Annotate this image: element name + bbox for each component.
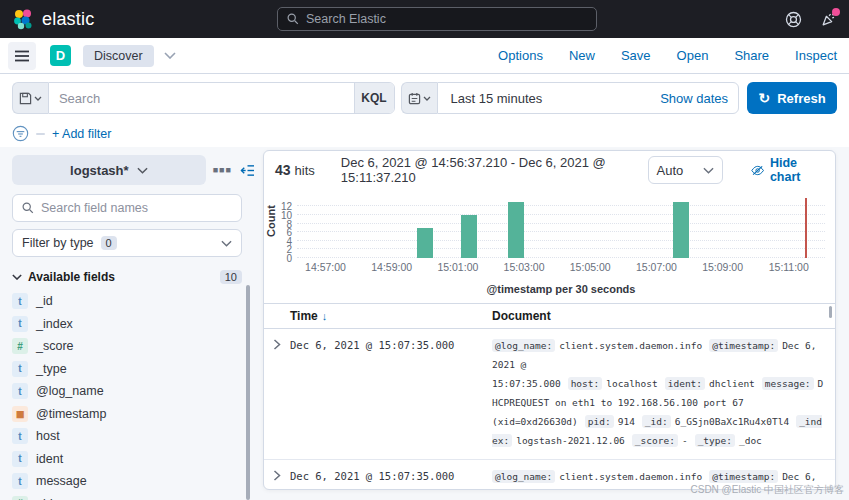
search-icon (22, 202, 34, 214)
gridline: 2 (297, 248, 825, 249)
menu-item-share[interactable]: Share (734, 48, 769, 63)
field-item-_score[interactable]: #_score (12, 335, 255, 358)
chevron-down-icon[interactable] (164, 52, 176, 59)
add-filter-link[interactable]: + Add filter (52, 127, 111, 141)
gridline: 6 (297, 231, 825, 232)
query-bar: Search KQL Last 15 minutes Show dates ↻ … (0, 74, 849, 122)
row-document: @log_name:client.system.daemon.info@time… (492, 336, 835, 450)
x-tick-label: 15:05:00 (570, 261, 611, 273)
row-time: Dec 6, 2021 @ 15:07:35.000 (290, 336, 492, 450)
column-header-time[interactable]: Time ↓ (290, 309, 492, 323)
documents-table: Time ↓ Document Dec 6, 2021 @ 15:07:35.0… (264, 303, 835, 490)
filter-bar: + Add filter (0, 120, 849, 147)
y-axis-label: Count (265, 198, 277, 244)
field-item-_index[interactable]: t_index (12, 313, 255, 336)
field-item-host[interactable]: thost (12, 425, 255, 448)
brand-name: elastic (42, 9, 94, 30)
histogram-bar-15:01:20[interactable] (461, 215, 477, 258)
menu-item-save[interactable]: Save (621, 48, 651, 63)
interval-select[interactable]: Auto (648, 156, 723, 184)
doc-field-value: client.system.daemon.info (559, 471, 702, 482)
text-field-icon: t (12, 361, 28, 377)
text-field-icon: t (12, 473, 28, 489)
field-list: t_idt_index#_scoret_typet@log_name▦@time… (12, 290, 255, 500)
show-dates-link[interactable]: Show dates (660, 91, 728, 106)
histogram-chart[interactable]: Count 024681012 14:57:0014:59:0015:01:00… (264, 189, 835, 303)
global-search-input[interactable]: Search Elastic (277, 7, 597, 31)
text-field-icon: t (12, 316, 28, 332)
filter-icon[interactable] (12, 125, 29, 142)
chevron-down-icon (137, 167, 148, 174)
field-item-@log_name[interactable]: t@log_name (12, 380, 255, 403)
histogram-bar-15:07:45[interactable] (673, 202, 689, 258)
field-item-_id[interactable]: t_id (12, 290, 255, 313)
doc-field-name: _id: (642, 415, 671, 428)
sidebar-scrollbar[interactable] (246, 285, 250, 500)
menu-item-options[interactable]: Options (498, 48, 543, 63)
number-field-icon: # (12, 338, 28, 354)
doc-field-name: @log_name: (492, 339, 555, 352)
refresh-button[interactable]: ↻ Refresh (747, 82, 837, 114)
menu-item-new[interactable]: New (569, 48, 595, 63)
sort-desc-icon[interactable]: ↓ (322, 310, 328, 322)
doc-field-name: @timestamp: (709, 470, 778, 483)
saved-query-button[interactable] (12, 82, 48, 114)
top-menu: OptionsNewSaveOpenShareInspect (498, 48, 837, 63)
row-time: Dec 6, 2021 @ 15:07:35.000 (290, 467, 492, 490)
help-icon[interactable] (785, 11, 802, 28)
doc-field-value: 914 (618, 416, 635, 427)
x-tick-label: 15:03:00 (504, 261, 545, 273)
expand-row-icon[interactable] (264, 467, 290, 490)
field-item-ident[interactable]: tident (12, 448, 255, 471)
expand-row-icon[interactable] (264, 336, 290, 450)
eye-slash-icon (751, 165, 764, 176)
breadcrumb[interactable]: Discover (83, 45, 154, 67)
time-range-value[interactable]: Last 15 minutes (451, 91, 543, 106)
doc-field-name: pid: (585, 415, 614, 428)
menu-item-inspect[interactable]: Inspect (795, 48, 837, 63)
menu-item-open[interactable]: Open (677, 48, 709, 63)
field-item-pid[interactable]: #pid (12, 493, 255, 500)
date-picker-button[interactable] (401, 82, 437, 114)
doc-field-value: 6_GSjn0BaXc1Ru4x0Tl4 (675, 416, 789, 427)
query-language-badge[interactable]: KQL (354, 83, 394, 113)
field-name: @log_name (36, 384, 104, 398)
field-item-@timestamp[interactable]: ▦@timestamp (12, 403, 255, 426)
query-input[interactable]: Search KQL (48, 82, 395, 114)
table-scrollbar[interactable] (829, 306, 832, 318)
doc-field-value: - (682, 435, 688, 446)
global-search-placeholder: Search Elastic (306, 12, 386, 26)
field-search-input[interactable]: Search field names (12, 194, 242, 222)
chevron-down-icon (221, 240, 232, 247)
watermark: CSDN @Elastic 中国社区官方博客 (691, 483, 845, 497)
gridline: 4 (297, 240, 825, 241)
app-avatar[interactable]: D (50, 45, 71, 66)
doc-field-name: @timestamp: (709, 339, 778, 352)
gridline: 0 (297, 257, 825, 258)
field-item-message[interactable]: tmessage (12, 470, 255, 493)
more-options-icon[interactable]: ■■■ (213, 165, 232, 175)
filter-by-type-select[interactable]: Filter by type 0 (12, 229, 242, 257)
notifications-button[interactable] (820, 11, 837, 28)
hide-chart-link[interactable]: Hide chart (751, 156, 824, 184)
index-pattern-select[interactable]: logstash* (12, 155, 206, 185)
field-item-_type[interactable]: t_type (12, 358, 255, 381)
save-icon (19, 92, 32, 105)
table-header: Time ↓ Document (264, 304, 835, 329)
results-panel: 43 hits Dec 6, 2021 @ 14:56:37.210 - Dec… (263, 150, 836, 490)
notification-dot (832, 8, 840, 16)
search-icon (287, 13, 299, 25)
histogram-bar-15:00:00[interactable] (417, 228, 433, 258)
available-fields-count-badge: 10 (220, 270, 242, 284)
nav-menu-button[interactable] (8, 42, 36, 70)
refresh-icon: ↻ (758, 91, 770, 105)
table-body: Dec 6, 2021 @ 15:07:35.000@log_name:clie… (264, 329, 835, 490)
text-field-icon: t (12, 428, 28, 444)
available-fields-header[interactable]: Available fields 10 (12, 270, 242, 284)
histogram-bar-15:02:45[interactable] (508, 202, 524, 258)
chevron-down-icon (423, 96, 431, 101)
doc-field-name: host: (568, 377, 603, 390)
gridline: 10 (297, 214, 825, 215)
elastic-logo-icon (12, 8, 34, 30)
collapse-sidebar-icon[interactable] (240, 164, 255, 177)
